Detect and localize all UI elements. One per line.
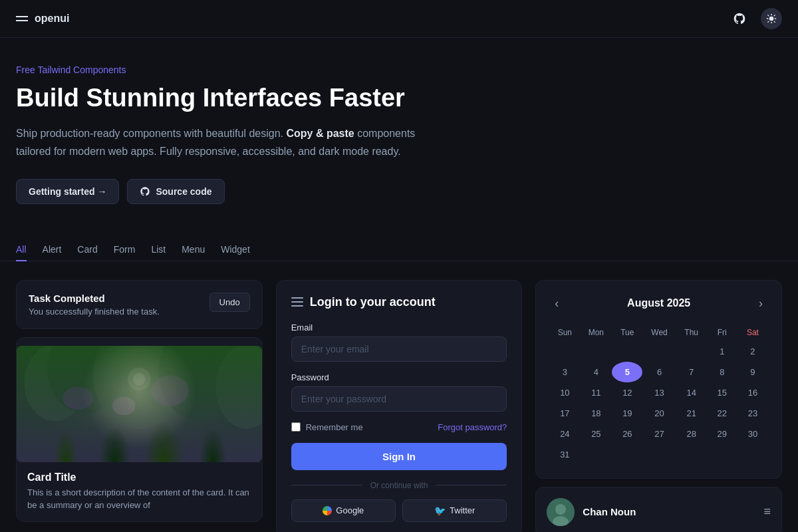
calendar-month: August 2025 — [627, 297, 690, 309]
calendar-day[interactable]: 28 — [676, 424, 707, 444]
filter-tabs: All Alert Card Form List Menu Widget — [0, 239, 798, 261]
source-code-button[interactable]: Source code — [127, 179, 224, 204]
calendar-day[interactable]: 24 — [549, 424, 580, 444]
task-info: Task Completed You successfully finished… — [29, 293, 160, 317]
calendar-day[interactable]: 9 — [737, 362, 768, 382]
getting-started-button[interactable]: Getting started → — [16, 179, 119, 204]
tab-list[interactable]: List — [151, 239, 166, 261]
calendar-day[interactable]: 20 — [642, 403, 676, 424]
calendar-day — [642, 341, 676, 362]
svg-rect-10 — [17, 346, 262, 462]
svg-point-0 — [769, 17, 774, 21]
calendar-day — [642, 444, 676, 465]
hero-buttons: Getting started → Source code — [16, 179, 782, 204]
theme-toggle-button[interactable] — [761, 8, 782, 29]
google-button[interactable]: Google — [291, 499, 396, 522]
calendar-day[interactable]: 1 — [707, 341, 737, 362]
calendar-day[interactable]: 11 — [580, 382, 612, 403]
calendar-day[interactable]: 5 — [612, 362, 642, 382]
calendar-day[interactable]: 27 — [642, 424, 676, 444]
password-label: Password — [291, 372, 507, 382]
remember-checkbox[interactable] — [291, 422, 301, 432]
calendar-day[interactable]: 6 — [642, 362, 676, 382]
day-thu: Thu — [676, 324, 707, 341]
calendar-next-button[interactable]: › — [753, 294, 768, 313]
column-1: Task Completed You successfully finished… — [16, 280, 263, 532]
chat-card: Chan Noun ≡ — [535, 487, 782, 532]
hero-description: Ship production-ready components with be… — [16, 124, 428, 160]
calendar-day — [580, 341, 612, 362]
password-input[interactable] — [291, 386, 507, 412]
github-source-icon — [140, 186, 150, 197]
day-sat: Sat — [737, 324, 768, 341]
github-button[interactable] — [729, 8, 750, 29]
sign-in-button[interactable]: Sign In — [291, 443, 507, 470]
card-image — [17, 346, 262, 462]
calendar-day — [612, 341, 642, 362]
twitter-icon: 🐦 — [434, 505, 446, 516]
tab-card[interactable]: Card — [77, 239, 97, 261]
calendar-day[interactable]: 10 — [549, 382, 580, 403]
or-divider: Or continue with — [291, 481, 507, 490]
tab-alert[interactable]: Alert — [43, 239, 62, 261]
calendar-day[interactable]: 15 — [707, 382, 737, 403]
calendar-grid: Sun Mon Tue Wed Thu Fri Sat 123456789101… — [549, 324, 768, 465]
calendar-day[interactable]: 30 — [737, 424, 768, 444]
svg-line-8 — [774, 15, 775, 16]
login-title: Login to your account — [310, 295, 436, 309]
calendar-day — [580, 444, 612, 465]
calendar-day[interactable]: 2 — [737, 341, 768, 362]
calendar-day — [612, 444, 642, 465]
calendar-day — [676, 444, 707, 465]
hero-section: Free Tailwind Components Build Stunning … — [0, 38, 798, 239]
calendar-card: ‹ August 2025 › Sun Mon Tue Wed Thu Fri … — [535, 280, 782, 479]
calendar-day[interactable]: 21 — [676, 403, 707, 424]
tab-widget[interactable]: Widget — [221, 239, 250, 261]
hero-desc-plain: Ship production-ready components with be… — [16, 128, 286, 139]
calendar-header: ‹ August 2025 › — [549, 294, 768, 313]
calendar-day[interactable]: 29 — [707, 424, 737, 444]
tab-form[interactable]: Form — [114, 239, 136, 261]
twitter-button[interactable]: 🐦 Twitter — [402, 499, 507, 522]
svg-rect-23 — [291, 305, 303, 307]
header: openui — [0, 0, 798, 38]
tab-menu[interactable]: Menu — [182, 239, 205, 261]
email-input[interactable] — [291, 336, 507, 362]
calendar-day[interactable]: 12 — [612, 382, 642, 403]
chat-menu-icon[interactable]: ≡ — [763, 505, 771, 519]
remember-me-label[interactable]: Remember me — [291, 422, 363, 432]
calendar-day[interactable]: 18 — [580, 403, 612, 424]
calendar-day[interactable]: 23 — [737, 403, 768, 424]
calendar-day[interactable]: 7 — [676, 362, 707, 382]
calendar-day[interactable]: 31 — [549, 444, 580, 465]
password-form-group: Password — [291, 372, 507, 412]
calendar-day[interactable]: 22 — [707, 403, 737, 424]
calendar-day[interactable]: 17 — [549, 403, 580, 424]
source-code-label: Source code — [156, 186, 211, 197]
menu-icon[interactable] — [16, 16, 28, 21]
calendar-day[interactable]: 13 — [642, 382, 676, 403]
calendar-day[interactable]: 8 — [707, 362, 737, 382]
calendar-day[interactable]: 16 — [737, 382, 768, 403]
tab-all[interactable]: All — [16, 239, 27, 261]
calendar-day — [549, 341, 580, 362]
calendar-day[interactable]: 3 — [549, 362, 580, 382]
remember-row: Remember me Forgot password? — [291, 422, 507, 432]
calendar-day[interactable]: 4 — [580, 362, 612, 382]
calendar-day — [737, 444, 768, 465]
svg-point-20 — [133, 373, 145, 385]
forgot-password-link[interactable]: Forgot password? — [438, 422, 507, 432]
svg-point-19 — [128, 368, 151, 391]
svg-point-17 — [151, 375, 190, 406]
calendar-day[interactable]: 14 — [676, 382, 707, 403]
svg-point-16 — [63, 387, 93, 410]
calendar-day[interactable]: 26 — [612, 424, 642, 444]
calendar-prev-button[interactable]: ‹ — [549, 294, 564, 313]
calendar-day[interactable]: 19 — [612, 403, 642, 424]
calendar-day[interactable]: 25 — [580, 424, 612, 444]
day-wed: Wed — [642, 324, 676, 341]
undo-button[interactable]: Undo — [209, 293, 250, 312]
login-header: Login to your account — [291, 295, 507, 309]
twitter-label: Twitter — [450, 505, 475, 515]
card-content: Card Title This is a short description o… — [17, 462, 262, 521]
